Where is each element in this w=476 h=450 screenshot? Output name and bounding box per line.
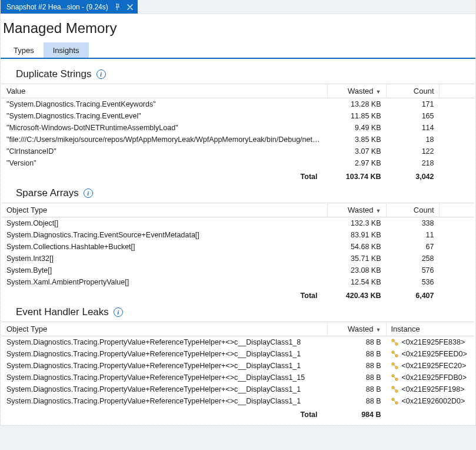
col-object-type-header[interactable]: Object Type: [2, 322, 327, 336]
sort-desc-icon: ▼: [376, 208, 381, 214]
table-row[interactable]: System.Int32[]35.71 KB258: [2, 253, 474, 264]
cell-count: 576: [386, 264, 439, 276]
cell-count: 11: [386, 229, 439, 241]
tab-types[interactable]: Types: [4, 42, 44, 58]
cell-wasted: 88 B: [327, 336, 386, 349]
instance-address: <0x21E925FEED0>: [402, 350, 467, 358]
col-wasted-header[interactable]: Wasted▼: [327, 84, 386, 98]
table-row[interactable]: "System.Diagnostics.Tracing.EventLevel"1…: [2, 110, 474, 122]
total-label: Total: [2, 407, 327, 421]
duplicate-strings-total-row: Total 103.74 KB 3,042: [2, 169, 474, 183]
table-row[interactable]: System.Object[]132.3 KB338: [2, 217, 474, 230]
cell-wasted: 3.85 KB: [327, 134, 386, 145]
cell-value: System.Diagnostics.Tracing.PropertyValue…: [2, 383, 327, 395]
instance-address: <0x21E925FF198>: [402, 385, 465, 393]
table-row[interactable]: "Version"2.97 KB218: [2, 157, 474, 169]
page-title: Managed Memory: [3, 20, 473, 37]
section-title-sparse-arrays: Sparse Arrays i: [16, 187, 474, 199]
table-row[interactable]: System.Collections.Hashtable+Bucket[]54.…: [2, 241, 474, 253]
cell-instance[interactable]: <0x21E925FFDB0>: [386, 372, 474, 383]
cell-wasted: 83.91 KB: [327, 229, 386, 241]
instance-icon: [391, 350, 400, 358]
document-tabstrip: Snapshot #2 Hea...sion - (9.24s): [1, 0, 475, 14]
table-row[interactable]: System.Diagnostics.Tracing.PropertyValue…: [2, 348, 474, 360]
close-icon[interactable]: [126, 3, 134, 11]
cell-instance[interactable]: <0x21E925FE838>: [386, 336, 474, 349]
event-handler-leaks-table: Object Type Wasted▼ Instance System.Diag…: [2, 322, 474, 421]
col-instance-header[interactable]: Instance: [386, 322, 474, 336]
cell-value: "Version": [2, 157, 327, 169]
instance-icon: [391, 398, 400, 405]
col-wasted-header[interactable]: Wasted▼: [327, 203, 386, 217]
cell-count: 218: [386, 157, 439, 169]
table-row[interactable]: System.Xaml.AmbientPropertyValue[]12.54 …: [2, 276, 474, 288]
cell-wasted: 88 B: [327, 395, 386, 407]
cell-value: System.Diagnostics.Tracing.PropertyValue…: [2, 336, 327, 349]
cell-value: System.Int32[]: [2, 253, 327, 264]
col-count-header[interactable]: Count: [386, 84, 439, 98]
section-title-event-handler-leaks: Event Handler Leaks i: [16, 306, 474, 318]
cell-value: System.Diagnostics.Tracing.PropertyValue…: [2, 395, 327, 407]
cell-wasted: 132.3 KB: [327, 217, 386, 230]
col-spacer: [439, 84, 474, 98]
cell-instance[interactable]: <0x21E925FEED0>: [386, 348, 474, 360]
total-wasted: 420.43 KB: [327, 288, 386, 302]
cell-value: System.Diagnostics.Tracing.EventSource+E…: [2, 229, 327, 241]
table-row[interactable]: System.Diagnostics.Tracing.PropertyValue…: [2, 383, 474, 395]
table-row[interactable]: System.Diagnostics.Tracing.PropertyValue…: [2, 372, 474, 383]
duplicate-strings-table: Value Wasted▼ Count "System.Diagnostics.…: [2, 84, 474, 183]
table-row[interactable]: System.Byte[]23.08 KB576: [2, 264, 474, 276]
col-object-type-header[interactable]: Object Type: [2, 203, 327, 217]
cell-instance[interactable]: <0x21E925FEC20>: [386, 360, 474, 372]
table-row[interactable]: "ClrInstanceID"3.07 KB122: [2, 145, 474, 157]
cell-wasted: 54.68 KB: [327, 241, 386, 253]
instance-address: <0x21E925FE838>: [402, 338, 465, 346]
cell-wasted: 88 B: [327, 360, 386, 372]
table-row[interactable]: "Microsoft-Windows-DotNETRuntimeAssembly…: [2, 122, 474, 134]
page-body: Managed Memory Types Insights Duplicate …: [1, 14, 475, 425]
cell-instance[interactable]: <0x21E925FF198>: [386, 383, 474, 395]
col-count-header[interactable]: Count: [386, 203, 439, 217]
col-value-header[interactable]: Value: [2, 84, 327, 98]
event-handler-leaks-total-row: Total 984 B: [2, 407, 474, 421]
cell-wasted: 88 B: [327, 372, 386, 383]
cell-count: 258: [386, 253, 439, 264]
tab-insights[interactable]: Insights: [44, 42, 89, 58]
table-row[interactable]: System.Diagnostics.Tracing.PropertyValue…: [2, 336, 474, 349]
sort-desc-icon: ▼: [376, 327, 381, 333]
pin-icon[interactable]: [113, 3, 121, 11]
instance-address: <0x21E925FFDB0>: [402, 373, 467, 382]
table-row[interactable]: System.Diagnostics.Tracing.PropertyValue…: [2, 360, 474, 372]
cell-count: 171: [386, 98, 439, 111]
subtab-bar: Types Insights: [1, 42, 475, 59]
insights-content: Duplicate Strings i Value Wasted▼ Count …: [1, 59, 475, 425]
cell-value: System.Object[]: [2, 217, 327, 230]
document-tab-label: Snapshot #2 Hea...sion - (9.24s): [6, 3, 108, 11]
table-row[interactable]: System.Diagnostics.Tracing.PropertyValue…: [2, 395, 474, 407]
table-row[interactable]: "file:///C:/Users/mikejo/source/repos/Wp…: [2, 134, 474, 145]
cell-instance[interactable]: <0x21E926002D0>: [386, 395, 474, 407]
info-icon[interactable]: i: [96, 70, 106, 79]
cell-value: "Microsoft-Windows-DotNETRuntimeAssembly…: [2, 122, 327, 134]
cell-count: 67: [386, 241, 439, 253]
cell-value: System.Diagnostics.Tracing.PropertyValue…: [2, 348, 327, 360]
instance-icon: [391, 339, 400, 346]
cell-wasted: 9.49 KB: [327, 122, 386, 134]
cell-value: "ClrInstanceID": [2, 145, 327, 157]
instance-address: <0x21E925FEC20>: [402, 362, 467, 370]
cell-wasted: 35.71 KB: [327, 253, 386, 264]
col-wasted-header[interactable]: Wasted▼: [327, 322, 386, 336]
cell-count: 122: [386, 145, 439, 157]
table-row[interactable]: "System.Diagnostics.Tracing.EventKeyword…: [2, 98, 474, 111]
cell-wasted: 13.28 KB: [327, 98, 386, 111]
info-icon[interactable]: i: [84, 188, 93, 198]
total-wasted: 984 B: [327, 407, 386, 421]
table-row[interactable]: System.Diagnostics.Tracing.EventSource+E…: [2, 229, 474, 241]
cell-wasted: 23.08 KB: [327, 264, 386, 276]
cell-wasted: 88 B: [327, 383, 386, 395]
total-wasted: 103.74 KB: [327, 169, 386, 183]
info-icon[interactable]: i: [114, 307, 123, 317]
cell-wasted: 2.97 KB: [327, 157, 386, 169]
section-title-text: Event Handler Leaks: [16, 306, 109, 318]
document-tab[interactable]: Snapshot #2 Hea...sion - (9.24s): [1, 0, 138, 14]
